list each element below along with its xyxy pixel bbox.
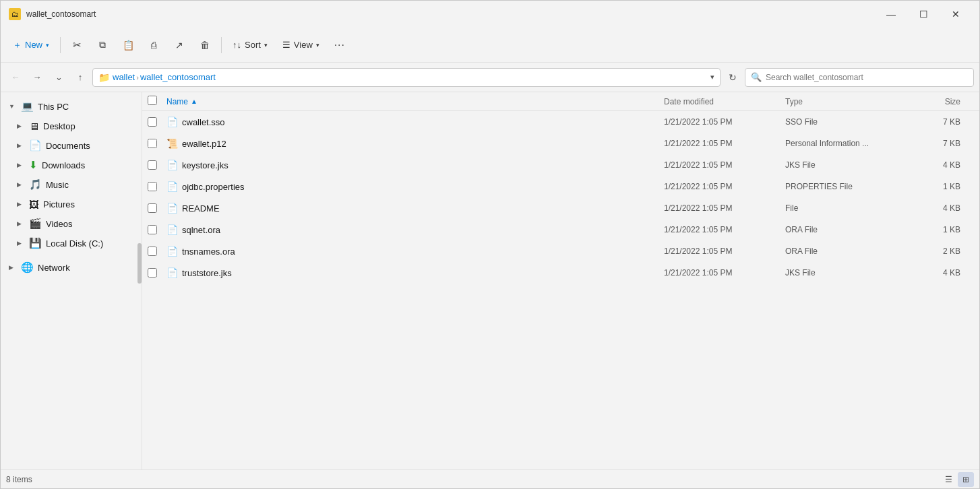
view-button[interactable]: ☰ View ▾ (276, 33, 326, 57)
sort-button[interactable]: ↑↓ Sort ▾ (226, 33, 274, 57)
file-type-cell-1: Personal Information ... (785, 139, 907, 148)
file-name-label-1: ewallet.p12 (182, 139, 226, 149)
column-header-name[interactable]: Name ▲ (166, 97, 664, 106)
expand-locations-button[interactable]: ⌄ (49, 68, 68, 87)
address-expand-button[interactable]: ▾ (710, 73, 714, 82)
address-bar[interactable]: 📁 wallet › wallet_contosomart ▾ (92, 68, 721, 87)
sidebar-item-local-disk[interactable]: ▶ 💾 Local Disk (C:) (3, 234, 139, 253)
table-row[interactable]: 📜 ewallet.p12 1/21/2022 1:05 PM Personal… (142, 133, 979, 154)
chevron-right-icon: ▶ (17, 240, 25, 247)
table-row[interactable]: 📄 README 1/21/2022 1:05 PM File 4 KB (142, 197, 979, 219)
table-row[interactable]: 📄 tnsnames.ora 1/21/2022 1:05 PM ORA Fil… (142, 240, 979, 262)
sidebar-item-network[interactable]: ▶ 🌐 Network (3, 258, 139, 277)
file-explorer-window: 🗂 wallet_contosomart — ☐ ✕ ＋ New ▾ ✂ ⧉ 📋… (0, 0, 980, 489)
search-input[interactable] (766, 73, 968, 82)
refresh-icon: ↻ (729, 72, 737, 83)
delete-button[interactable]: 🗑 (193, 33, 217, 57)
local-disk-icon: 💾 (29, 237, 42, 249)
pictures-icon: 🖼 (29, 199, 39, 210)
sidebar-label-pictures: Pictures (43, 199, 75, 209)
row-select-checkbox-5[interactable] (148, 225, 157, 234)
title-bar: 🗂 wallet_contosomart — ☐ ✕ (1, 1, 979, 28)
content-area: ▼ 💻 This PC ▶ 🖥 Desktop ▶ 📄 Documents ▶ … (1, 92, 979, 469)
file-name-cell-4: 📄 README (166, 203, 664, 214)
sidebar-label-downloads: Downloads (42, 160, 85, 170)
row-select-checkbox-6[interactable] (148, 247, 157, 256)
sidebar-item-pictures[interactable]: ▶ 🖼 Pictures (3, 195, 139, 214)
forward-button[interactable]: → (28, 68, 47, 87)
file-size-cell-5: 1 KB (907, 225, 974, 234)
sidebar-item-this-pc[interactable]: ▼ 💻 This PC (3, 97, 139, 116)
maximize-button[interactable]: ☐ (908, 4, 939, 24)
select-all-checkbox[interactable] (148, 96, 157, 105)
file-date-cell-4: 1/21/2022 1:05 PM (664, 203, 785, 213)
table-row[interactable]: 📄 ojdbc.properties 1/21/2022 1:05 PM PRO… (142, 176, 979, 197)
row-select-checkbox-3[interactable] (148, 182, 157, 191)
chevron-right-icon: ▶ (17, 201, 25, 207)
table-row[interactable]: 📄 sqlnet.ora 1/21/2022 1:05 PM ORA File … (142, 219, 979, 240)
row-checkbox-6 (148, 247, 166, 256)
sidebar: ▼ 💻 This PC ▶ 🖥 Desktop ▶ 📄 Documents ▶ … (1, 92, 142, 469)
close-button[interactable]: ✕ (940, 4, 971, 24)
row-select-checkbox-2[interactable] (148, 160, 157, 170)
file-list-header: Name ▲ Date modified Type Size (142, 92, 979, 111)
sidebar-item-downloads[interactable]: ▶ ⬇ Downloads (3, 156, 139, 174)
table-row[interactable]: 📄 truststore.jks 1/21/2022 1:05 PM JKS F… (142, 262, 979, 284)
share-icon: ↗ (175, 40, 183, 51)
sidebar-item-videos[interactable]: ▶ 🎬 Videos (3, 214, 139, 233)
sidebar-label-desktop: Desktop (43, 121, 75, 131)
sidebar-label-documents: Documents (46, 141, 90, 151)
cut-button[interactable]: ✂ (65, 33, 89, 57)
new-button[interactable]: ＋ New ▾ (6, 33, 56, 57)
new-plus-icon: ＋ (13, 39, 22, 51)
sort-icon: ↑↓ (233, 40, 241, 50)
sort-chevron-icon: ▾ (264, 42, 268, 48)
copy-button[interactable]: ⧉ (90, 33, 115, 57)
row-checkbox-1 (148, 139, 166, 148)
back-button[interactable]: ← (6, 68, 25, 87)
row-select-checkbox-0[interactable] (148, 117, 157, 127)
column-header-size[interactable]: Size (907, 97, 974, 106)
share-button[interactable]: ↗ (167, 33, 191, 57)
search-bar[interactable]: 🔍 (745, 68, 974, 87)
list-view-button[interactable]: ☰ (940, 472, 956, 487)
paste-button[interactable]: 📋 (116, 33, 140, 57)
table-row[interactable]: 📄 keystore.jks 1/21/2022 1:05 PM JKS Fil… (142, 154, 979, 176)
table-row[interactable]: 📄 cwallet.sso 1/21/2022 1:05 PM SSO File… (142, 111, 979, 133)
window-icon: 🗂 (9, 8, 21, 20)
file-type-cell-7: JKS File (785, 268, 907, 278)
delete-icon: 🗑 (200, 40, 210, 51)
toolbar-sep-2 (221, 37, 222, 53)
paste-icon: 📋 (123, 40, 134, 51)
sidebar-item-music[interactable]: ▶ 🎵 Music (3, 175, 139, 194)
refresh-button[interactable]: ↻ (723, 68, 742, 87)
address-sep-1: › (136, 73, 139, 82)
toolbar: ＋ New ▾ ✂ ⧉ 📋 ⎙ ↗ 🗑 ↑↓ Sort ▾ ☰ (1, 28, 979, 63)
file-icon-0: 📄 (166, 117, 178, 127)
file-icon-1: 📜 (166, 138, 178, 149)
file-name-label-7: truststore.jks (182, 268, 232, 278)
row-select-checkbox-1[interactable] (148, 139, 157, 148)
new-label: New (25, 40, 42, 50)
rename-button[interactable]: ⎙ (142, 33, 166, 57)
file-type-cell-6: ORA File (785, 247, 907, 256)
row-select-checkbox-4[interactable] (148, 203, 157, 213)
row-select-checkbox-7[interactable] (148, 268, 157, 278)
view-chevron-icon: ▾ (316, 42, 319, 48)
row-checkbox-0 (148, 117, 166, 127)
status-bar: 8 items ☰ ⊞ (1, 469, 979, 488)
column-header-date[interactable]: Date modified (664, 97, 785, 106)
detail-view-button[interactable]: ⊞ (958, 472, 974, 487)
sidebar-item-desktop[interactable]: ▶ 🖥 Desktop (3, 117, 139, 135)
more-button[interactable]: ··· (328, 33, 352, 57)
sidebar-scrollbar[interactable] (137, 243, 142, 284)
file-icon-4: 📄 (166, 203, 178, 214)
this-pc-icon: 💻 (21, 100, 34, 112)
up-button[interactable]: ↑ (71, 68, 90, 87)
toolbar-sep-1 (60, 37, 61, 53)
minimize-button[interactable]: — (876, 4, 907, 24)
column-header-type[interactable]: Type (785, 97, 907, 106)
row-checkbox-3 (148, 182, 166, 191)
search-icon: 🔍 (751, 72, 762, 82)
sidebar-item-documents[interactable]: ▶ 📄 Documents (3, 136, 139, 155)
